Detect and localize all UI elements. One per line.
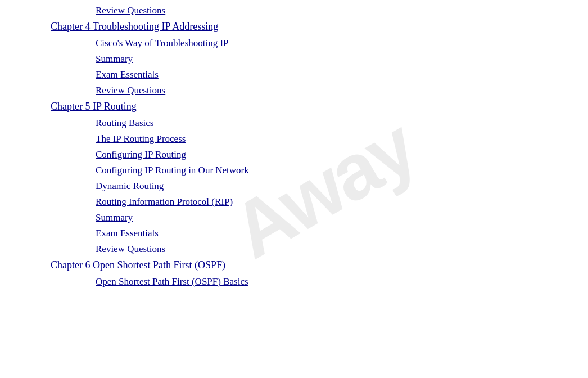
link-routing-basics[interactable]: Routing Basics <box>96 115 588 131</box>
link-chapter5[interactable]: Chapter 5 IP Routing <box>51 98 588 115</box>
link-configuring-ip-routing-network[interactable]: Configuring IP Routing in Our Network <box>96 163 588 178</box>
link-review-questions-top[interactable]: Review Questions <box>96 3 588 19</box>
link-review-questions-ch4[interactable]: Review Questions <box>96 83 588 98</box>
link-chapter6[interactable]: Chapter 6 Open Shortest Path First (OSPF… <box>51 257 588 274</box>
link-rip[interactable]: Routing Information Protocol (RIP) <box>96 194 588 210</box>
link-review-questions-ch5[interactable]: Review Questions <box>96 241 588 257</box>
link-ip-routing-process[interactable]: The IP Routing Process <box>96 131 588 147</box>
toc-container: Review Questions Chapter 4 Troubleshooti… <box>0 0 588 290</box>
link-chapter4[interactable]: Chapter 4 Troubleshooting IP Addressing <box>51 19 588 35</box>
link-configuring-ip-routing[interactable]: Configuring IP Routing <box>96 147 588 163</box>
link-summary-ch5[interactable]: Summary <box>96 210 588 226</box>
link-dynamic-routing[interactable]: Dynamic Routing <box>96 178 588 194</box>
link-exam-essentials-ch4[interactable]: Exam Essentials <box>96 67 588 83</box>
link-ospf-basics[interactable]: Open Shortest Path First (OSPF) Basics <box>96 274 588 290</box>
link-exam-essentials-ch5[interactable]: Exam Essentials <box>96 226 588 241</box>
link-summary-ch4[interactable]: Summary <box>96 51 588 67</box>
link-cisco-troubleshooting[interactable]: Cisco's Way of Troubleshooting IP <box>96 35 588 51</box>
